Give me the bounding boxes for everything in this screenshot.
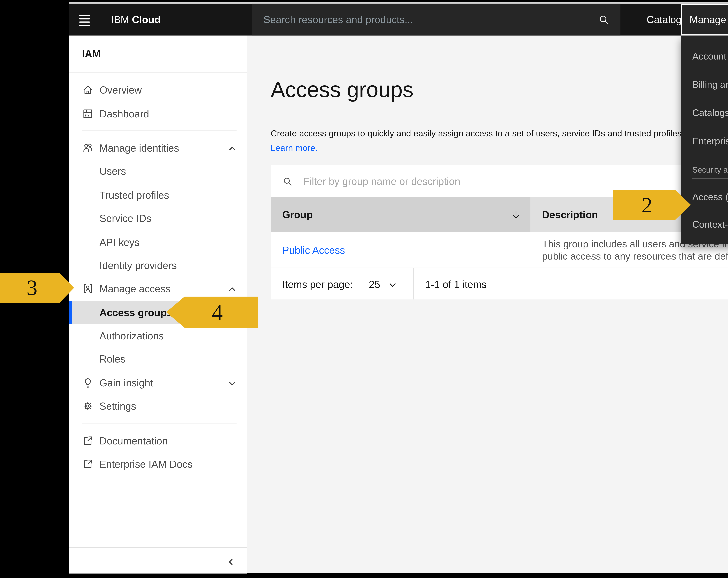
sidebar-item-label: Service IDs bbox=[100, 213, 151, 224]
sidebar-item-label: Dashboard bbox=[100, 108, 149, 119]
divider bbox=[692, 178, 728, 179]
sidebar-item-api-keys[interactable]: API keys bbox=[69, 230, 246, 254]
annotation-number: 2 bbox=[642, 192, 652, 217]
menu-section-label: Security and access bbox=[681, 155, 728, 178]
sidebar-item-gain-insight[interactable]: Gain insight bbox=[69, 371, 246, 394]
learn-more-link[interactable]: Learn more. bbox=[271, 143, 317, 153]
home-icon bbox=[82, 84, 94, 96]
search-icon bbox=[597, 13, 610, 26]
sidebar-item-label: Settings bbox=[100, 401, 136, 412]
sidebar-item-label: Trusted profiles bbox=[100, 189, 169, 201]
sidebar-item-label: API keys bbox=[100, 236, 139, 248]
iam-sidebar: IAM Overview Dashboard Manage identities bbox=[69, 35, 246, 547]
brand-logo[interactable]: IBM Cloud bbox=[111, 4, 161, 35]
sort-descending-icon bbox=[510, 209, 522, 220]
pagination-bar: Items per page: 25 1-1 of 1 items 1 1 of… bbox=[271, 268, 728, 299]
chevron-down-icon[interactable] bbox=[388, 279, 397, 288]
menu-item-context-based-restrictions[interactable]: Context-based restrictions bbox=[681, 211, 728, 239]
brand-suffix: Cloud bbox=[132, 14, 161, 25]
chevron-down-icon[interactable] bbox=[228, 378, 237, 387]
table-row: Public Access This group includes all us… bbox=[271, 232, 728, 268]
sidebar-item-roles[interactable]: Roles bbox=[69, 348, 246, 371]
items-per-page-label: Items per page: bbox=[282, 278, 353, 290]
sidebar-item-label: Roles bbox=[100, 354, 125, 365]
sidebar-item-label: Users bbox=[100, 166, 126, 177]
annotation-arrow-3: 3 bbox=[0, 273, 74, 303]
page-description-text: Create access groups to quickly and easi… bbox=[271, 128, 728, 138]
sidebar-item-label: Authorizations bbox=[100, 330, 164, 341]
main-content: Access groups Create access groups to qu… bbox=[247, 35, 728, 573]
launch-icon bbox=[82, 458, 94, 470]
global-search bbox=[252, 4, 620, 35]
menu-item-enterprise[interactable]: Enterprise bbox=[681, 127, 728, 155]
top-header: IBM Cloud Catalog Manage bbox=[69, 4, 728, 35]
sidebar-item-settings[interactable]: Settings bbox=[69, 394, 246, 418]
screenshot: IBM Cloud Catalog Manage bbox=[0, 0, 728, 578]
chevron-up-icon[interactable] bbox=[228, 284, 237, 293]
sidebar-item-overview[interactable]: Overview bbox=[69, 78, 246, 102]
sidebar-item-label: Gain insight bbox=[100, 377, 153, 389]
collapse-chevron-left-icon[interactable] bbox=[227, 556, 235, 565]
annotation-number: 3 bbox=[26, 276, 37, 300]
sidebar-item-label: Manage identities bbox=[100, 142, 179, 154]
ibm-cloud-window: IBM Cloud Catalog Manage bbox=[69, 2, 728, 573]
sidebar-item-trusted-profiles[interactable]: Trusted profiles bbox=[69, 183, 246, 207]
search-icon bbox=[282, 175, 293, 187]
annotation-arrow-4: 4 bbox=[166, 297, 258, 328]
nav-manage-button[interactable]: Manage bbox=[681, 4, 728, 35]
menu-item-billing-and-usage[interactable]: Billing and usage bbox=[681, 70, 728, 99]
menu-item-account[interactable]: Account bbox=[681, 42, 728, 70]
divider bbox=[82, 130, 237, 131]
sidebar-item-enterprise-iam-docs[interactable]: Enterprise IAM Docs bbox=[69, 452, 246, 476]
launch-icon bbox=[82, 435, 94, 446]
sidebar-item-users[interactable]: Users bbox=[69, 160, 246, 183]
sidebar-item-label: Identity providers bbox=[100, 259, 177, 271]
divider bbox=[413, 268, 414, 299]
brand-prefix: IBM bbox=[111, 14, 129, 25]
window-top-edge bbox=[69, 2, 728, 4]
group-cell: Public Access bbox=[271, 232, 530, 268]
page-title: Access groups bbox=[271, 78, 414, 102]
dashboard-icon bbox=[82, 108, 94, 119]
sidebar-item-label: Enterprise IAM Docs bbox=[100, 458, 192, 470]
sidebar-item-label: Overview bbox=[100, 84, 142, 96]
sidebar-nav: Overview Dashboard Manage identities Use… bbox=[69, 73, 246, 476]
divider bbox=[82, 423, 237, 424]
annotation-number: 4 bbox=[212, 300, 223, 324]
search-input[interactable] bbox=[252, 4, 620, 35]
sidebar-collapse-bar bbox=[69, 547, 246, 574]
sidebar-item-label: Access groups bbox=[100, 306, 172, 318]
manage-dropdown-menu: Account Billing and usage Catalogs Enter… bbox=[681, 35, 728, 244]
group-link[interactable]: Public Access bbox=[282, 244, 345, 256]
sidebar-item-service-ids[interactable]: Service IDs bbox=[69, 207, 246, 230]
sidebar-item-label: Documentation bbox=[100, 435, 168, 446]
page-description: Create access groups to quickly and easi… bbox=[271, 126, 728, 155]
chevron-up-icon[interactable] bbox=[228, 144, 237, 152]
items-per-page-value[interactable]: 25 bbox=[369, 278, 380, 290]
menu-item-catalogs[interactable]: Catalogs bbox=[681, 99, 728, 127]
sidebar-item-dashboard[interactable]: Dashboard bbox=[69, 102, 246, 125]
range-text: 1-1 of 1 items bbox=[425, 278, 487, 290]
annotation-arrow-2: 2 bbox=[613, 190, 691, 220]
sidebar-item-identity-providers[interactable]: Identity providers bbox=[69, 254, 246, 277]
gear-icon bbox=[82, 401, 94, 412]
idea-icon bbox=[82, 377, 94, 389]
user-access-icon bbox=[82, 283, 94, 295]
sidebar-item-manage-identities[interactable]: Manage identities bbox=[69, 136, 246, 160]
user-multiple-icon bbox=[82, 142, 94, 154]
manage-label: Manage bbox=[690, 14, 726, 25]
sidebar-title: IAM bbox=[69, 35, 246, 73]
column-header-group[interactable]: Group bbox=[271, 197, 530, 232]
sidebar-item-label: Manage access bbox=[100, 283, 171, 295]
menu-icon[interactable] bbox=[78, 12, 92, 27]
column-label: Description bbox=[542, 209, 598, 220]
sidebar-item-documentation[interactable]: Documentation bbox=[69, 429, 246, 452]
column-label: Group bbox=[282, 209, 313, 220]
